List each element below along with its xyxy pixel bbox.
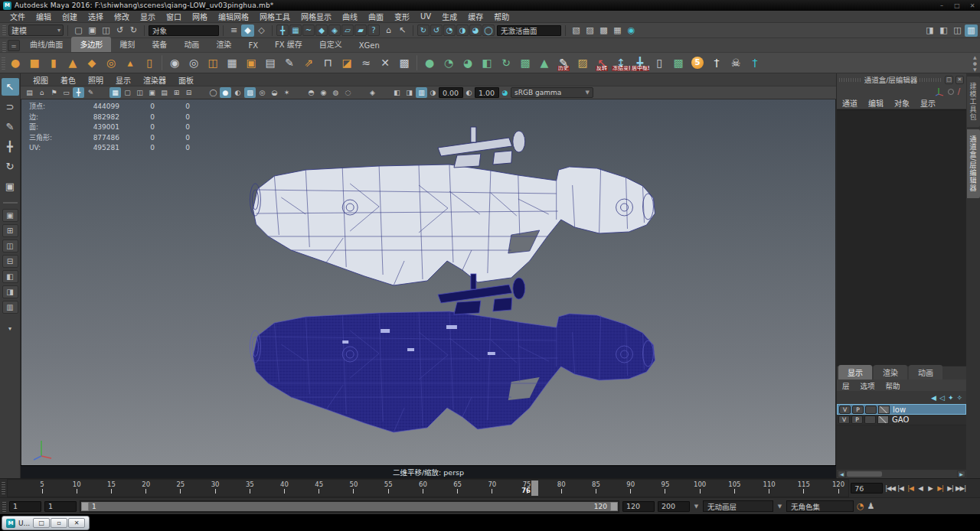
active-surface-field[interactable] [497,25,561,36]
render-view-icon[interactable]: ▧ [570,24,583,37]
rotate-tool[interactable]: ↻ [2,158,19,175]
exposure-icon[interactable]: ◑ [428,87,438,98]
layer-scrollbar[interactable]: ◀ ▶ [837,470,966,478]
attribute-editor-toggle-icon[interactable]: ◨ [923,24,936,37]
scroll-thumb[interactable] [847,471,882,477]
layer-playback-toggle[interactable]: P [851,415,863,424]
boolean-icon[interactable]: ▣ [242,54,260,72]
viewport-icon[interactable] [293,87,305,98]
3d-view[interactable]: 顶点: 444099 0 0 边: 882982 0 0 面: 439001 0… [21,99,836,465]
select-object-icon[interactable]: ◆ [241,24,254,37]
layer-visibility-toggle[interactable]: V [839,406,851,414]
range-start-handle[interactable] [81,502,89,511]
modeling-toolkit-toggle-icon[interactable]: ▥ [965,24,978,37]
crease-icon[interactable]: ◧ [478,54,496,72]
range-slider-grip[interactable] [2,500,6,512]
subdivide-icon[interactable]: ◔ [439,54,458,72]
sidebar-vertical-tab[interactable]: 建模工具包 [967,77,980,127]
animation-preferences-icon[interactable]: ♟ [867,501,875,511]
poly-cone-icon[interactable]: ▲ [64,54,82,72]
layer-editor-menu-item[interactable]: 帮助 [880,380,906,391]
step-forward-frame-button[interactable]: ▶| [946,484,955,492]
snap-point-icon[interactable]: ◆ [315,24,328,36]
shelf-tab[interactable]: 装备 [143,37,175,52]
reduce-icon[interactable]: ▩ [516,54,534,72]
bevel-icon[interactable]: ◪ [338,54,356,72]
layer-editor-tab[interactable]: 渲染 [874,365,907,380]
smooth-icon[interactable]: ● [420,54,439,72]
step-back-key-button[interactable]: |◀ [906,484,915,492]
select-tool[interactable]: ↖ [2,78,19,96]
soft-select-icon[interactable]: ◔ [443,24,456,36]
layer-color-swatch[interactable] [878,406,890,414]
spin-edge-icon[interactable]: ↻ [497,54,515,72]
exposure-field[interactable] [439,87,463,98]
layer-editor-menu-item[interactable]: 层 [837,380,855,391]
pane-menu-icon[interactable]: ◧ [391,87,403,98]
motion-blur-icon[interactable]: ◍ [330,87,341,98]
three-pane-layout-button[interactable]: ◧ [2,270,18,283]
new-scene-icon[interactable]: ▢ [72,24,85,37]
five-ball-shader-icon[interactable]: 5 [688,54,707,72]
snap-grid-icon[interactable]: ▦ [289,24,302,36]
history-icon[interactable]: ✎ 历史 [554,54,573,72]
layer-color-swatch[interactable] [877,415,889,424]
tool-settings-toggle-icon[interactable]: ◧ [937,24,950,37]
animation-start-field[interactable] [9,501,41,512]
resolution-gate-icon[interactable]: ◫ [134,87,145,98]
color-mode-dropdown[interactable]: sRGB gamma ▼ [511,87,593,98]
flat-shade-icon[interactable]: ◐ [232,87,243,98]
layer-display-type-toggle[interactable] [864,415,876,424]
scale-tool[interactable]: ▣ [2,178,19,195]
channel-list-empty[interactable] [837,109,966,366]
camera-bookmark-icon[interactable]: ⚑ [48,87,60,98]
anim-layer-dropdown[interactable]: 无动画层 [703,500,773,512]
manip-axis-icon[interactable] [935,87,944,96]
isolate-select-icon[interactable]: ◈ [367,87,378,98]
wireframe-on-shaded-icon[interactable]: ◎ [256,87,268,98]
poly-plane-icon[interactable]: ◆ [83,54,101,72]
snap-move-icon[interactable]: ╋ [276,24,289,36]
smooth-shade-icon[interactable]: ● [220,87,231,98]
delete-edge-icon[interactable]: ✕ [376,54,394,72]
multisample-icon[interactable]: ◌ [342,87,354,98]
scroll-down-icon[interactable]: ▼ [973,67,977,72]
window-close-button[interactable]: ✕ [968,2,977,9]
shelf-grip[interactable] [2,42,6,52]
sidebar-vertical-tab[interactable]: 通道盒/层编辑器 [967,129,980,198]
shelf-tab[interactable]: 自定义 [311,37,351,52]
time-slider-track[interactable]: 5 10 15 20 25 30 35 [7,479,849,497]
center-pivot-icon[interactable]: ╋ 居中枢轴 [631,54,649,72]
shelf-icons-grip[interactable] [2,56,5,70]
textured-display-icon[interactable]: ▨ [244,87,256,98]
hypershade-icon[interactable]: ◉ [625,24,638,37]
panel-menu-item[interactable]: 着色 [54,74,82,86]
shelf-tab[interactable]: 雕刻 [111,37,143,52]
lasso-select-tool[interactable]: ⊃ [2,98,19,116]
create-empty-layer-icon[interactable]: ✦ [948,394,954,402]
grid-toggle-icon[interactable]: ▦ [109,87,121,98]
gate-mask-icon[interactable]: ▣ [146,87,158,98]
grease-pencil-icon[interactable]: ✎ [85,87,96,98]
move-layer-up-icon[interactable]: ◀ [931,394,936,402]
menu-item[interactable]: 修改 [109,11,135,22]
menu-item[interactable]: 创建 [57,11,83,22]
redo-icon[interactable]: ↻ [127,24,140,37]
shelf-tab[interactable]: FX 缓存 [266,37,311,52]
sculpt-icon[interactable]: ◕ [459,54,477,72]
undo-icon[interactable]: ↺ [113,24,126,37]
poly-cube-icon[interactable]: ■ [25,54,44,72]
shelf-tab[interactable]: 多边形 [71,37,111,52]
layer-editor-tab[interactable]: 显示 [838,365,872,380]
range-end-handle[interactable] [610,502,618,511]
move-layer-down-icon[interactable]: ◁ [939,394,945,402]
shadows-icon[interactable]: ◓ [305,87,317,98]
channel-box-menu-item[interactable]: 通道 [837,97,863,109]
quick-help-icon[interactable]: ? [368,24,380,36]
menu-item[interactable]: 文件 [5,11,31,22]
two-pane-side-layout-button[interactable]: ◫ [2,239,18,252]
poly-pyramid-icon[interactable]: ▴ [121,54,139,72]
lighting-icon[interactable]: ✶ [281,87,292,98]
mini-maximize-button[interactable]: ▫ [51,518,67,528]
window-minimize-button[interactable]: – [937,2,946,9]
